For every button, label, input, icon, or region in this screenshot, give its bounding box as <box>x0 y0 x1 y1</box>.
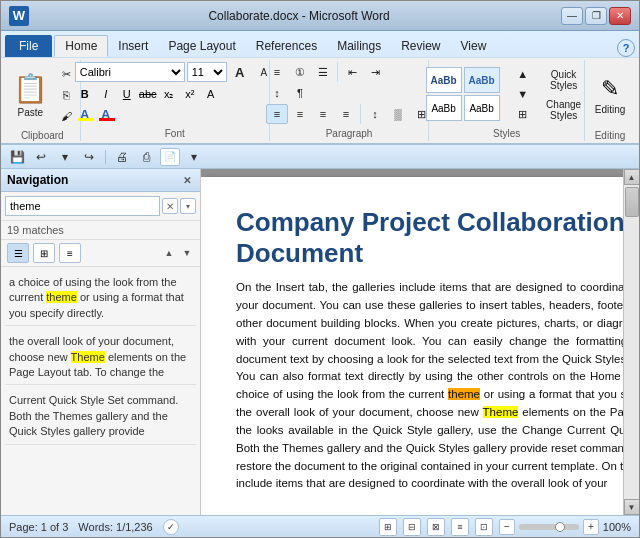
v-scroll-up-button[interactable]: ▲ <box>624 169 640 185</box>
tab-insert[interactable]: Insert <box>108 35 158 57</box>
editing-button[interactable]: ✎ Editing <box>589 62 632 128</box>
nav-result-item[interactable]: a choice of using the look from the curr… <box>5 271 196 326</box>
show-marks-button[interactable]: ¶ <box>289 83 311 103</box>
heading1-style-button[interactable]: AaBb <box>464 67 500 93</box>
styles-row2: AaBb AaBb <box>426 95 506 121</box>
nav-view-buttons: ☰ ⊞ ≡ ▲ ▼ <box>1 240 200 267</box>
v-scroll-thumb[interactable] <box>625 187 639 217</box>
bold-button[interactable]: B <box>75 85 95 103</box>
line-spacing-button[interactable]: ↕ <box>364 104 386 124</box>
heading2-style-button[interactable]: AaBb <box>426 95 462 121</box>
align-right-button[interactable]: ≡ <box>312 104 334 124</box>
align-left-button[interactable]: ≡ <box>266 104 288 124</box>
minimize-button[interactable]: — <box>561 7 583 25</box>
web-layout-view-button[interactable]: ⊠ <box>427 518 445 536</box>
undo-button[interactable]: ↩ <box>31 148 51 166</box>
change-styles-button[interactable]: ChangeStyles <box>540 95 588 123</box>
tab-home[interactable]: Home <box>54 35 108 57</box>
change-styles-label: ChangeStyles <box>546 99 581 121</box>
nav-search-input[interactable] <box>5 196 160 216</box>
full-screen-view-button[interactable]: ⊟ <box>403 518 421 536</box>
zoom-controls: − + 100% <box>499 519 631 535</box>
tab-page-layout[interactable]: Page Layout <box>158 35 245 57</box>
zoom-slider-thumb[interactable] <box>555 522 565 532</box>
heading3-style-button[interactable]: AaBb <box>464 95 500 121</box>
zoom-slider[interactable] <box>519 524 579 530</box>
text-highlight-button[interactable]: A <box>75 105 95 123</box>
superscript-button[interactable]: x² <box>180 85 200 103</box>
restore-button[interactable]: ❐ <box>585 7 607 25</box>
save-button-qa[interactable]: 💾 <box>7 148 27 166</box>
undo-arrow[interactable]: ▾ <box>55 148 75 166</box>
nav-view-results-button[interactable]: ≡ <box>59 243 81 263</box>
help-button[interactable]: ? <box>617 39 635 57</box>
print-button[interactable]: ⎙ <box>136 148 156 166</box>
draft-view-button[interactable]: ⊡ <box>475 518 493 536</box>
font-color-button[interactable]: A <box>96 105 116 123</box>
strikethrough-button[interactable]: abc <box>138 85 158 103</box>
nav-result-item[interactable]: Current Quick Style Set command. Both th… <box>5 389 196 444</box>
nav-result-item[interactable]: the overall look of your document, choos… <box>5 330 196 385</box>
styles-down-button[interactable]: ▼ <box>512 84 534 104</box>
document-content-area: Company Project Collaboration Document O… <box>201 169 623 515</box>
nav-clear-button[interactable]: ✕ <box>162 198 178 214</box>
customize-qa-button[interactable]: ▾ <box>184 148 204 166</box>
styles-row: AaBb AaBb <box>426 67 506 93</box>
nav-view-headings-button[interactable]: ☰ <box>7 243 29 263</box>
tab-review[interactable]: Review <box>391 35 450 57</box>
increase-indent-button[interactable]: ⇥ <box>364 62 386 82</box>
v-scroll-down-button[interactable]: ▼ <box>624 499 640 515</box>
print-layout-view-button[interactable]: ⊞ <box>379 518 397 536</box>
editing-icon: ✎ <box>601 76 619 102</box>
font-size-select[interactable]: 11 <box>187 62 227 82</box>
italic-button[interactable]: I <box>96 85 116 103</box>
nav-view-pages-button[interactable]: ⊞ <box>33 243 55 263</box>
nav-close-button[interactable]: ✕ <box>180 173 194 187</box>
font-name-select[interactable]: Calibri <box>75 62 185 82</box>
print-preview-button[interactable]: 🖨 <box>112 148 132 166</box>
proofing-button[interactable]: ✓ <box>163 519 179 535</box>
subscript-button[interactable]: x₂ <box>159 85 179 103</box>
bullet-list-button[interactable]: ≡ <box>266 62 288 82</box>
zoom-select[interactable]: 📄 <box>160 148 180 166</box>
normal-style-button[interactable]: AaBb <box>426 67 462 93</box>
outline-view-button[interactable]: ≡ <box>451 518 469 536</box>
nav-search-options-button[interactable]: ▾ <box>180 198 196 214</box>
decrease-indent-button[interactable]: ⇤ <box>341 62 363 82</box>
styles-group-content: AaBb AaBb AaBb AaBb ▲ ▼ ⊞ <box>426 62 588 126</box>
justify-button[interactable]: ≡ <box>335 104 357 124</box>
title-bar: W Collaborate.docx - Microsoft Word — ❐ … <box>1 1 639 31</box>
navigation-pane: Navigation ✕ ✕ ▾ 19 matches ☰ ⊞ ≡ ▲ ▼ <box>1 169 201 515</box>
nav-prev-result-button[interactable]: ▲ <box>162 246 176 260</box>
underline-button[interactable]: U <box>117 85 137 103</box>
align-center-button[interactable]: ≡ <box>289 104 311 124</box>
nav-next-result-button[interactable]: ▼ <box>180 246 194 260</box>
tab-view[interactable]: View <box>451 35 497 57</box>
font-group: Calibri 11 A A B I U abc x₂ x <box>81 60 270 141</box>
styles-scroll-controls: ▲ ▼ ⊞ <box>512 64 534 124</box>
sort-row: ↕ ¶ <box>266 83 311 103</box>
sort-button[interactable]: ↕ <box>266 83 288 103</box>
redo-button[interactable]: ↪ <box>79 148 99 166</box>
multilevel-list-button[interactable]: ☰ <box>312 62 334 82</box>
nav-title: Navigation <box>7 173 68 187</box>
document-body[interactable]: On the Insert tab, the galleries include… <box>236 279 623 493</box>
zoom-out-button[interactable]: − <box>499 519 515 535</box>
font-format-row: B I U abc x₂ x² A <box>75 85 221 103</box>
align-row: ≡ ≡ ≡ ≡ ↕ ▒ ⊞ <box>266 104 432 124</box>
shading-button[interactable]: ▒ <box>387 104 409 124</box>
tab-file[interactable]: File <box>5 35 52 57</box>
clipboard-group-content: 📋 Paste ✂ ⎘ 🖌 <box>7 62 78 128</box>
styles-more-button[interactable]: ⊞ <box>512 104 534 124</box>
clear-format-button[interactable]: A <box>201 85 221 103</box>
tab-mailings[interactable]: Mailings <box>327 35 391 57</box>
styles-up-button[interactable]: ▲ <box>512 64 534 84</box>
ribbon-content: 📋 Paste ✂ ⎘ 🖌 Clipboard Calibri <box>1 57 639 143</box>
numbered-list-button[interactable]: ① <box>289 62 311 82</box>
quick-styles-button[interactable]: QuickStyles <box>540 65 588 93</box>
tab-references[interactable]: References <box>246 35 327 57</box>
increase-font-button[interactable]: A <box>229 62 251 82</box>
close-button[interactable]: ✕ <box>609 7 631 25</box>
paste-button[interactable]: 📋 Paste <box>7 62 54 128</box>
zoom-in-button[interactable]: + <box>583 519 599 535</box>
